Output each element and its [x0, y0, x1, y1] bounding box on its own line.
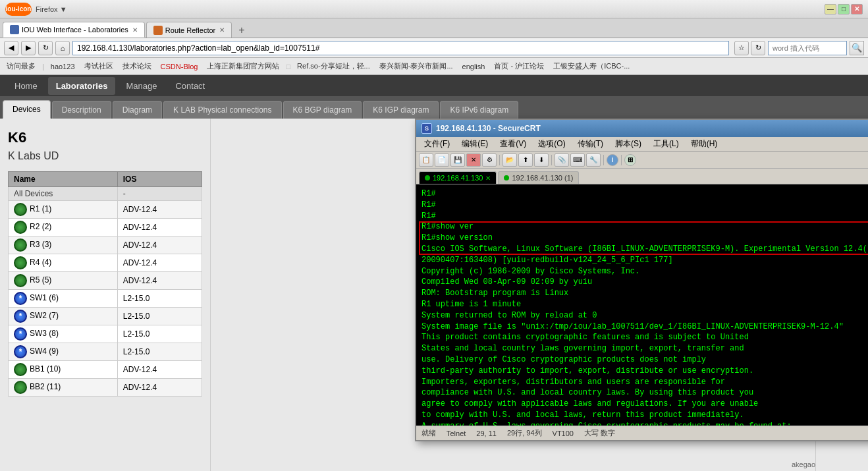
menu-view[interactable]: 查看(V)	[495, 137, 531, 151]
search-button[interactable]: 🔍	[850, 41, 864, 55]
bookmark-exam[interactable]: 考试社区	[82, 60, 116, 72]
tab-devices[interactable]: Devices	[3, 100, 51, 119]
content-area: S 192.168.41.130 - SecureCRT — □ ✕ 文件(F)…	[211, 119, 815, 471]
securecrt-titlebar[interactable]: S 192.168.41.130 - SecureCRT — □ ✕	[416, 120, 868, 137]
forward-button[interactable]: ▶	[21, 41, 36, 55]
browser-tab-close-2[interactable]: ✕	[219, 26, 225, 34]
device-ios: ADV-12.4	[117, 272, 202, 290]
tool-btn-11[interactable]: 🔧	[586, 153, 601, 167]
all-devices-row[interactable]: All Devices -	[9, 187, 202, 201]
tabs-row: Devices Description Diagram K LAB Physic…	[0, 96, 868, 119]
firefox-label: iou-icon	[6, 5, 32, 13]
bookmark-tech[interactable]: 技术论坛	[120, 60, 154, 72]
nav-home[interactable]: Home	[7, 77, 45, 95]
table-row[interactable]: R1 (1) ADV-12.4	[9, 201, 202, 219]
table-row[interactable]: R2 (2) ADV-12.4	[9, 219, 202, 236]
browser-minimize[interactable]: —	[825, 4, 836, 14]
bookmark-taixing[interactable]: 泰兴新闻-泰兴市新闻...	[377, 60, 456, 72]
main-content: K6 K Labs UD Name IOS All Devices - R1 (…	[0, 119, 868, 471]
terminal-line: System returned to ROM by reload at 0	[421, 310, 868, 321]
nav-contact[interactable]: Contact	[167, 77, 213, 95]
securecrt-tab-bar: 192.168.41.130 ✕ 192.168.41.130 (1) ◀ ▶	[416, 169, 868, 184]
table-row[interactable]: SW4 (9) L2-15.0	[9, 343, 202, 361]
scrt-tab-close-1[interactable]: ✕	[485, 175, 491, 182]
col-header-ios: IOS	[117, 172, 202, 187]
app-navbar: Home Laboratories Manage Contact	[0, 75, 868, 96]
all-devices-ios: -	[117, 187, 202, 201]
table-row[interactable]: SW1 (6) L2-15.0	[9, 290, 202, 308]
tool-btn-9[interactable]: 📎	[555, 153, 569, 167]
tool-info-btn[interactable]: i	[607, 154, 618, 166]
home-button[interactable]: ⌂	[55, 41, 70, 55]
bookmark-icbc[interactable]: 工银安盛人寿（ICBC-...	[551, 60, 632, 72]
bookmark-hujian[interactable]: 首页 - 沪江论坛	[491, 60, 547, 72]
iou-tab-icon	[10, 25, 19, 34]
toolbar-sep-3	[603, 155, 604, 165]
device-name: SW1 (6)	[9, 290, 118, 308]
menu-file[interactable]: 文件(F)	[419, 137, 455, 151]
securecrt-statusbar: 就绪 Telnet 29, 11 29行, 94列 VT100 大写 数字	[416, 426, 868, 440]
table-row[interactable]: R5 (5) ADV-12.4	[9, 272, 202, 290]
tool-btn-3[interactable]: 💾	[450, 153, 465, 167]
toolbar-sep-2	[551, 155, 552, 165]
bookmark-hao123[interactable]: hao123	[48, 61, 78, 72]
scrt-tab-label-2: 192.168.41.130 (1)	[512, 174, 573, 182]
terminal-line: R1#show version	[421, 233, 868, 244]
tool-btn-6[interactable]: 📂	[502, 153, 517, 167]
tool-btn-5[interactable]: ⚙	[482, 153, 497, 167]
tool-btn-10[interactable]: ⌨	[570, 153, 585, 167]
browser-tab-active[interactable]: IOU Web Interface - Laboratories ✕	[3, 22, 145, 38]
tab-description[interactable]: Description	[52, 101, 111, 119]
bookmark-refso[interactable]: Ref.so-分享短址，轻...	[294, 60, 373, 72]
reload-button[interactable]: ↻	[38, 41, 53, 55]
bookmark-english[interactable]: english	[460, 61, 488, 72]
menu-options[interactable]: 选项(O)	[533, 137, 570, 151]
tool-grid-btn[interactable]: ⊞	[624, 154, 636, 166]
table-row[interactable]: SW3 (8) L2-15.0	[9, 325, 202, 343]
table-row[interactable]: R4 (4) ADV-12.4	[9, 254, 202, 272]
tab-diagram[interactable]: Diagram	[113, 101, 162, 119]
tool-btn-2[interactable]: 📄	[435, 153, 449, 167]
router-icon	[14, 381, 27, 394]
bookmark-zhengxin[interactable]: 上海正新集团官方网站	[204, 60, 282, 72]
nav-laboratories[interactable]: Laboratories	[48, 77, 116, 95]
menu-edit[interactable]: 编辑(E)	[456, 137, 493, 151]
address-input[interactable]	[72, 41, 729, 55]
bookmark-star[interactable]: ☆	[734, 41, 749, 55]
tab-physical[interactable]: K LAB Physical connections	[163, 101, 281, 119]
browser-tab-close-1[interactable]: ✕	[132, 26, 138, 34]
bookmark-csdn[interactable]: CSDN-Blog	[158, 61, 201, 72]
browser-close[interactable]: ✕	[851, 4, 863, 14]
table-row[interactable]: BB1 (10) ADV-12.4	[9, 361, 202, 379]
device-ios: L2-15.0	[117, 343, 202, 361]
table-row[interactable]: BB2 (11) ADV-12.4	[9, 379, 202, 397]
scrt-tab-2[interactable]: 192.168.41.130 (1)	[498, 171, 579, 184]
tab-bgp[interactable]: K6 BGP diagram	[283, 101, 362, 119]
tool-btn-8[interactable]: ⬇	[534, 153, 549, 167]
nav-manage[interactable]: Manage	[118, 77, 165, 95]
status-lines-cols: 29行, 94列	[507, 428, 542, 438]
new-tab-button[interactable]: +	[233, 23, 250, 38]
browser-maximize[interactable]: □	[838, 4, 850, 14]
device-ios: ADV-12.4	[117, 379, 202, 397]
bookmark-most-visited[interactable]: 访问最多	[4, 60, 38, 72]
tool-btn-4[interactable]: ✕	[466, 153, 481, 167]
search-input[interactable]	[768, 41, 847, 55]
menu-tools[interactable]: 工具(L)	[648, 137, 684, 151]
refresh-btn[interactable]: ↻	[751, 41, 765, 55]
tab-ipv6[interactable]: K6 IPv6 diagram	[440, 101, 518, 119]
menu-help[interactable]: 帮助(H)	[686, 137, 723, 151]
terminal-line: R1#	[421, 211, 868, 222]
menu-transfer[interactable]: 传输(T)	[572, 137, 609, 151]
table-row[interactable]: R3 (3) ADV-12.4	[9, 236, 202, 254]
back-button[interactable]: ◀	[4, 41, 18, 55]
menu-script[interactable]: 脚本(S)	[610, 137, 647, 151]
terminal[interactable]: R1#R1#R1#R1#show verR1#show versionCisco…	[416, 184, 868, 426]
scrt-tab-1[interactable]: 192.168.41.130 ✕	[419, 171, 497, 184]
table-row[interactable]: SW2 (7) L2-15.0	[9, 308, 202, 325]
securecrt-title: 192.168.41.130 - SecureCRT	[436, 124, 868, 133]
tab-igp[interactable]: K6 IGP diagram	[363, 101, 439, 119]
browser-tab-2[interactable]: Route Reflector ✕	[146, 22, 232, 38]
tool-btn-7[interactable]: ⬆	[518, 153, 533, 167]
tool-btn-1[interactable]: 📋	[419, 153, 433, 167]
